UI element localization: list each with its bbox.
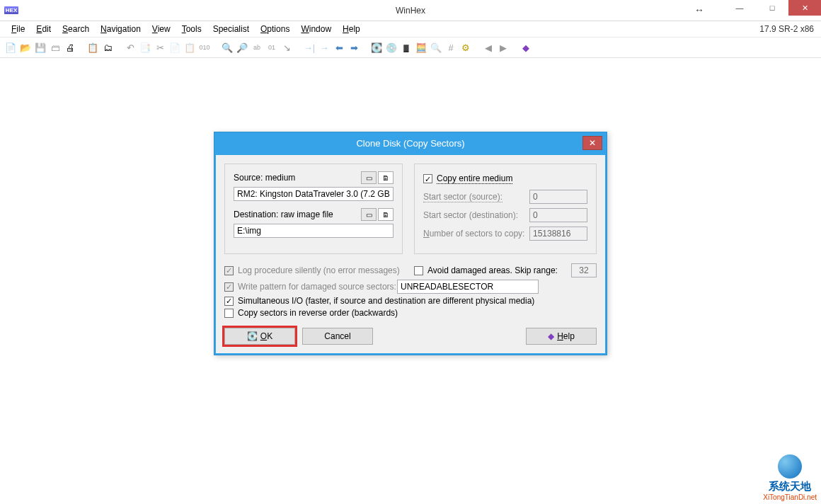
undo-icon[interactable]: ↶ bbox=[124, 41, 137, 54]
write-pattern-checkbox bbox=[224, 282, 234, 292]
dest-label: Destination: raw image file bbox=[234, 210, 360, 219]
find-hex-icon[interactable]: 🔎 bbox=[236, 41, 248, 54]
help-button[interactable]: ◆ Help bbox=[526, 328, 597, 345]
menu-navigation[interactable]: Navigation bbox=[95, 23, 147, 35]
source-disk-button[interactable]: ▭ bbox=[361, 171, 377, 184]
goto-start-icon[interactable]: →| bbox=[303, 41, 316, 54]
print-icon[interactable]: 🖨 bbox=[64, 41, 76, 54]
source-file-button[interactable]: 🗎 bbox=[378, 171, 394, 184]
window-title: WinHex bbox=[396, 6, 425, 16]
start-source-label: Start sector (source): bbox=[423, 192, 529, 202]
minimize-button[interactable]: — bbox=[723, 0, 756, 16]
find-icon[interactable]: 🔍 bbox=[221, 41, 234, 54]
folder-icon[interactable]: 🗂 bbox=[101, 41, 114, 54]
source-input[interactable] bbox=[234, 187, 394, 201]
cut-icon[interactable]: ✂ bbox=[154, 41, 166, 54]
dest-input[interactable] bbox=[234, 224, 394, 238]
resize-arrows-icon[interactable]: ↔ bbox=[694, 4, 701, 16]
start-dest-label: Start sector (destination): bbox=[423, 210, 529, 220]
copy-icon[interactable]: 📄 bbox=[168, 41, 181, 54]
menu-specialist[interactable]: Specialist bbox=[207, 23, 255, 35]
write-pattern-label: Write pattern for damaged source sectors… bbox=[238, 282, 396, 292]
dest-disk-button[interactable]: ▭ bbox=[361, 208, 377, 221]
copy-block-icon[interactable]: 📑 bbox=[139, 41, 151, 54]
ok-button[interactable]: 💽 OK bbox=[224, 328, 295, 345]
watermark-url: XiTongTianDi.net bbox=[763, 493, 817, 501]
num-sectors-input bbox=[529, 227, 587, 241]
reverse-checkbox[interactable] bbox=[224, 309, 234, 318]
start-dest-input bbox=[529, 208, 587, 222]
back-icon[interactable]: ⬅ bbox=[333, 41, 345, 54]
dialog-body: Source: medium ▭ 🗎 Destination: raw imag… bbox=[216, 155, 605, 353]
disk-icon: 💽 bbox=[247, 331, 258, 341]
window-controls: — □ ✕ bbox=[723, 0, 821, 16]
replace-icon[interactable]: ab bbox=[251, 41, 263, 54]
disk1-icon[interactable]: 💽 bbox=[370, 41, 383, 54]
menu-edit[interactable]: Edit bbox=[30, 23, 57, 35]
go-icon[interactable]: → bbox=[318, 41, 331, 54]
save-all-icon[interactable]: 🗃 bbox=[49, 41, 62, 54]
skip-range-input bbox=[571, 263, 597, 277]
close-button[interactable]: ✕ bbox=[788, 0, 821, 16]
menu-view[interactable]: View bbox=[147, 23, 176, 35]
dialog-close-button[interactable]: ✕ bbox=[582, 136, 602, 150]
num-sectors-label: Number of sectors to copy: bbox=[423, 229, 529, 239]
clone-disk-dialog: Clone Disk (Copy Sectors) ✕ Source: medi… bbox=[214, 132, 607, 355]
copy-entire-checkbox[interactable] bbox=[423, 174, 432, 183]
log-silent-label: Log procedure silently (no error message… bbox=[238, 265, 400, 275]
analyze-icon[interactable]: 🔍 bbox=[430, 41, 442, 54]
hex-icon[interactable]: 010 bbox=[198, 41, 211, 54]
ram-icon[interactable]: ▓ bbox=[400, 41, 413, 54]
globe-icon bbox=[778, 454, 802, 479]
help-icon[interactable]: ◆ bbox=[519, 41, 532, 54]
menu-file[interactable]: File bbox=[6, 23, 30, 35]
hash-icon[interactable]: # bbox=[444, 41, 457, 54]
reverse-label: Copy sectors in reverse order (backwards… bbox=[238, 308, 398, 318]
properties-icon[interactable]: 📋 bbox=[86, 41, 99, 54]
pattern-input[interactable] bbox=[397, 280, 539, 294]
watermark-cn: 系统天地 bbox=[763, 480, 817, 493]
log-silent-checkbox bbox=[224, 266, 234, 275]
goto-icon[interactable]: ↘ bbox=[280, 41, 293, 54]
simultaneous-checkbox[interactable] bbox=[224, 297, 234, 306]
sectors-group: Copy entire medium Start sector (source)… bbox=[414, 164, 597, 254]
calc-icon[interactable]: 🧮 bbox=[415, 41, 427, 54]
maximize-button[interactable]: □ bbox=[756, 0, 788, 16]
menu-window[interactable]: Window bbox=[295, 23, 337, 35]
play-back-icon[interactable]: ◀ bbox=[482, 41, 495, 54]
open-icon[interactable]: 📂 bbox=[19, 41, 32, 54]
menu-options[interactable]: Options bbox=[255, 23, 295, 35]
paste-icon[interactable]: 📋 bbox=[183, 41, 196, 54]
cancel-button[interactable]: Cancel bbox=[302, 328, 373, 345]
copy-entire-label: Copy entire medium bbox=[437, 173, 512, 184]
toolbar: 📄 📂 💾 🗃 🖨 📋 🗂 ↶ 📑 ✂ 📄 📋 010 🔍 🔎 ab 01 ↘ … bbox=[0, 37, 821, 58]
source-label: Source: medium bbox=[234, 173, 360, 183]
replace-hex-icon[interactable]: 01 bbox=[265, 41, 278, 54]
start-source-input bbox=[529, 190, 587, 204]
dialog-titlebar[interactable]: Clone Disk (Copy Sectors) ✕ bbox=[214, 132, 607, 154]
avoid-damaged-label: Avoid damaged areas. Skip range: bbox=[427, 265, 558, 275]
gear-icon[interactable]: ⚙ bbox=[459, 41, 472, 54]
new-icon[interactable]: 📄 bbox=[4, 41, 17, 54]
menubar: File Edit Search Navigation View Tools S… bbox=[0, 21, 821, 37]
watermark: 系统天地 XiTongTianDi.net bbox=[763, 454, 817, 501]
simultaneous-label: Simultaneous I/O (faster, if source and … bbox=[238, 296, 534, 306]
menu-help[interactable]: Help bbox=[337, 23, 366, 35]
dest-file-button[interactable]: 🗎 bbox=[378, 208, 394, 221]
menu-search[interactable]: Search bbox=[57, 23, 95, 35]
disk2-icon[interactable]: 💿 bbox=[385, 41, 398, 54]
save-icon[interactable]: 💾 bbox=[34, 41, 47, 54]
source-dest-group: Source: medium ▭ 🗎 Destination: raw imag… bbox=[224, 164, 403, 254]
play-fwd-icon[interactable]: ▶ bbox=[497, 41, 510, 54]
app-icon: HEX bbox=[1, 1, 21, 21]
book-icon: ◆ bbox=[548, 331, 554, 341]
version-label: 17.9 SR-2 x86 bbox=[759, 24, 814, 34]
menu-tools[interactable]: Tools bbox=[176, 23, 207, 35]
avoid-damaged-checkbox[interactable] bbox=[414, 266, 423, 275]
forward-icon[interactable]: ➡ bbox=[348, 41, 360, 54]
titlebar: HEX WinHex ↔ — □ ✕ bbox=[0, 0, 821, 21]
dialog-title: Clone Disk (Copy Sectors) bbox=[356, 138, 464, 149]
